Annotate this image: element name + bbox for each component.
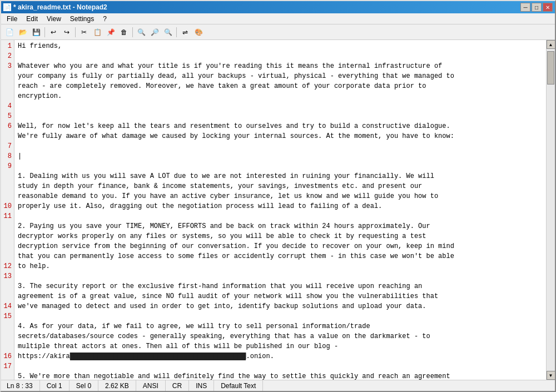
line-num: 9 [3,161,12,171]
line-num: 11 [3,211,12,221]
line-num [3,331,12,341]
line-num: 8 [3,151,12,161]
menu-view[interactable]: View [43,14,64,23]
line-num: 13 [3,271,12,281]
line-num [3,131,12,141]
close-button[interactable]: ✕ [543,3,553,12]
app-icon: 📄 [3,3,11,11]
scheme-button[interactable]: 🎨 [192,26,205,38]
line-num [3,91,12,101]
line-num [3,181,12,191]
line-num [3,291,12,301]
maximize-button[interactable]: □ [532,3,542,12]
scrollbar-track[interactable] [547,49,555,371]
line-num: 12 [3,261,12,271]
separator-4 [176,27,177,37]
paste-button[interactable]: 📌 [105,26,117,38]
line-num [3,281,12,291]
line-num [3,241,12,251]
line-num [3,321,12,331]
title-bar-left: 📄 * akira_readme.txt - Notepad2 [3,3,107,11]
line-num: 14 [3,301,12,311]
title-bar: 📄 * akira_readme.txt - Notepad2 ─ □ ✕ [1,1,555,13]
line-num [3,71,12,81]
text-editor[interactable]: Hi friends, Whatever who you are and wha… [14,40,546,380]
zoom-out-button[interactable]: 🔍 [162,26,174,38]
line-num [3,81,12,91]
cut-button[interactable]: ✂ [78,26,90,38]
line-ending: CR [166,380,189,391]
line-num [3,231,12,241]
delete-button[interactable]: 🗑 [118,26,130,38]
editor-area: 1 2 3 4 5 6 7 8 9 10 11 12 13 [1,40,555,380]
line-num [3,191,12,201]
cursor-position: Ln 8 : 33 [4,380,40,391]
menu-bar: File Edit View Settings ? [1,13,555,24]
file-size: 2.62 KB [98,380,136,391]
line-num: 7 [3,141,12,151]
separator-1 [44,27,45,37]
zoom-in-button[interactable]: 🔎 [148,26,161,38]
line-num: 10 [3,201,12,211]
line-num [3,371,12,380]
toolbar: 📄 📂 💾 ↩ ↪ ✂ 📋 📌 🗑 🔍 🔎 🔍 ⇌ 🎨 [1,24,555,40]
selection-info: Sel 0 [70,380,98,391]
save-button[interactable]: 💾 [30,26,42,38]
scrollbar-vertical[interactable]: ▲ ▼ [546,40,555,380]
text-scheme: Default Text [214,380,263,391]
separator-2 [75,27,76,37]
new-button[interactable]: 📄 [3,26,16,38]
find-button[interactable]: 🔍 [135,26,147,38]
column-position: Col 1 [40,380,70,391]
insert-mode: INS [189,380,214,391]
line-num [3,171,12,181]
line-num: 1 [3,41,12,51]
minimize-button[interactable]: ─ [520,3,530,12]
menu-edit[interactable]: Edit [23,14,41,23]
scroll-up-button[interactable]: ▲ [547,40,555,49]
line-num: 16 [3,351,12,361]
line-num: 6 [3,121,12,131]
menu-settings[interactable]: Settings [67,14,97,23]
main-window: 📄 * akira_readme.txt - Notepad2 ─ □ ✕ Fi… [0,0,556,392]
wrap-button[interactable]: ⇌ [179,26,191,38]
line-num: 3 [3,61,12,71]
line-num [3,221,12,231]
scroll-down-button[interactable]: ▼ [547,371,555,380]
title-bar-buttons: ─ □ ✕ [520,3,553,12]
line-num: 5 [3,111,12,121]
line-num [3,341,12,351]
open-button[interactable]: 📂 [17,26,29,38]
copy-button[interactable]: 📋 [91,26,103,38]
redo-button[interactable]: ↪ [61,26,73,38]
menu-help[interactable]: ? [100,14,110,23]
line-numbers: 1 2 3 4 5 6 7 8 9 10 11 12 13 [1,40,14,380]
line-num [3,251,12,261]
line-num: 17 [3,361,12,371]
scrollbar-thumb[interactable] [547,51,554,85]
encoding: ANSI [136,380,166,391]
status-bar: Ln 8 : 33 Col 1 Sel 0 2.62 KB ANSI CR IN… [1,380,555,391]
menu-file[interactable]: File [3,14,21,23]
line-num: 2 [3,51,12,61]
line-num: 4 [3,101,12,111]
separator-3 [132,27,133,37]
window-title: * akira_readme.txt - Notepad2 [13,3,107,11]
line-num: 15 [3,311,12,321]
undo-button[interactable]: ↩ [47,26,59,38]
